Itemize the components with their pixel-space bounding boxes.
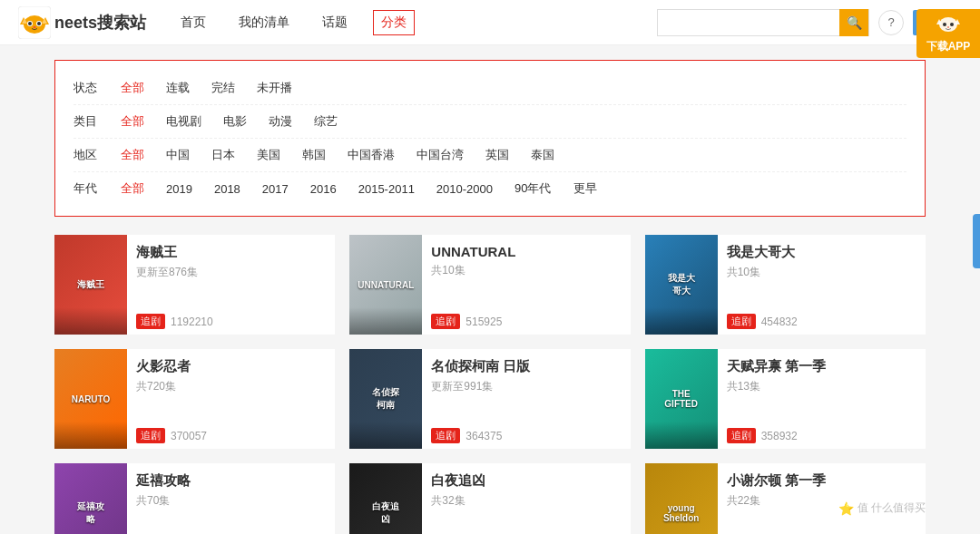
scroll-indicator[interactable] bbox=[973, 214, 980, 268]
filter-option-全部[interactable]: 全部 bbox=[117, 79, 148, 97]
filter-label: 状态 bbox=[74, 80, 103, 96]
filter-option-2015-2011[interactable]: 2015-2011 bbox=[355, 181, 418, 197]
search-icon: 🔍 bbox=[847, 15, 862, 30]
show-bottom: 追剧 1192210 bbox=[136, 314, 326, 329]
show-title: 白夜追凶 bbox=[431, 472, 621, 490]
show-episode-info: 共70集 bbox=[136, 493, 326, 509]
show-bottom: 追剧 364375 bbox=[431, 428, 621, 443]
filter-label: 类目 bbox=[74, 113, 103, 130]
nav-item-首页[interactable]: 首页 bbox=[173, 11, 213, 34]
filter-option-电视剧[interactable]: 电视剧 bbox=[162, 112, 205, 131]
svg-point-14 bbox=[943, 23, 946, 26]
poster-text: 海贼王 bbox=[74, 275, 108, 295]
download-app-label: 下载APP bbox=[922, 39, 975, 54]
poster-text: 我是大哥大 bbox=[663, 268, 700, 301]
filter-option-英国[interactable]: 英国 bbox=[482, 146, 513, 164]
filter-option-2010-2000[interactable]: 2010-2000 bbox=[433, 181, 496, 197]
filter-option-2017[interactable]: 2017 bbox=[259, 181, 292, 197]
logo-text: neets搜索站 bbox=[54, 12, 146, 34]
show-title: UNNATURAL bbox=[431, 244, 621, 259]
nav-item-我的清单[interactable]: 我的清单 bbox=[231, 11, 297, 34]
show-episode-info: 更新至991集 bbox=[431, 379, 621, 394]
filter-option-全部[interactable]: 全部 bbox=[117, 180, 148, 198]
show-count: 515925 bbox=[466, 316, 502, 328]
show-poster: UNNATURAL bbox=[349, 235, 422, 335]
filter-option-韩国[interactable]: 韩国 bbox=[299, 146, 329, 164]
filter-option-中国[interactable]: 中国 bbox=[162, 146, 193, 164]
filter-option-更早[interactable]: 更早 bbox=[570, 180, 601, 198]
help-icon: ? bbox=[887, 15, 894, 29]
help-button[interactable]: ? bbox=[878, 10, 904, 35]
show-count: 364375 bbox=[466, 430, 502, 442]
filter-label: 年代 bbox=[74, 180, 103, 197]
filter-option-日本[interactable]: 日本 bbox=[208, 146, 239, 164]
logo-area: neets搜索站 bbox=[18, 6, 146, 39]
show-poster: 名侦探柯南 bbox=[349, 349, 422, 449]
show-card[interactable]: 我是大哥大 我是大哥大 共10集 追剧 454832 bbox=[645, 235, 926, 335]
show-poster: THE GIFTED bbox=[645, 349, 718, 449]
filter-option-美国[interactable]: 美国 bbox=[253, 146, 284, 164]
show-count: 370057 bbox=[171, 430, 207, 442]
show-card[interactable]: THE GIFTED 天赋异禀 第一季 共13集 追剧 358932 bbox=[645, 349, 926, 449]
show-card[interactable]: 延禧攻略 延禧攻略 共70集 追剧 309230 bbox=[54, 463, 335, 534]
show-info: 延禧攻略 共70集 追剧 309230 bbox=[127, 463, 335, 534]
show-card[interactable]: 白夜追凶 白夜追凶 共32集 追剧 260039 bbox=[349, 463, 630, 534]
show-bottom: 追剧 454832 bbox=[727, 314, 916, 329]
search-button[interactable]: 🔍 bbox=[839, 9, 868, 36]
filter-option-2019[interactable]: 2019 bbox=[162, 181, 196, 197]
nav-item-分类[interactable]: 分类 bbox=[373, 10, 415, 35]
filter-option-泰国[interactable]: 泰国 bbox=[527, 146, 558, 164]
show-info: 天赋异禀 第一季 共13集 追剧 358932 bbox=[718, 349, 926, 449]
poster-text: NARUTO bbox=[68, 391, 114, 408]
show-tag[interactable]: 追剧 bbox=[136, 314, 165, 329]
nav-item-话题[interactable]: 话题 bbox=[315, 11, 355, 34]
filter-option-2016[interactable]: 2016 bbox=[307, 181, 340, 197]
filter-option-中国台湾[interactable]: 中国台湾 bbox=[413, 146, 467, 164]
show-tag[interactable]: 追剧 bbox=[431, 314, 460, 329]
filter-option-综艺[interactable]: 综艺 bbox=[310, 112, 341, 131]
filter-label: 地区 bbox=[74, 147, 103, 163]
show-episode-info: 共10集 bbox=[431, 263, 621, 278]
show-title: 海贼王 bbox=[136, 244, 326, 261]
show-episode-info: 共10集 bbox=[727, 265, 916, 280]
filter-option-2018[interactable]: 2018 bbox=[211, 181, 244, 197]
show-card[interactable]: 名侦探柯南 名侦探柯南 日版 更新至991集 追剧 364375 bbox=[349, 349, 630, 449]
show-title: 名侦探柯南 日版 bbox=[431, 358, 621, 375]
search-input[interactable] bbox=[658, 10, 839, 35]
filter-option-连载[interactable]: 连载 bbox=[162, 79, 193, 97]
svg-point-10 bbox=[34, 26, 36, 28]
content-grid: 海贼王 海贼王 更新至876集 追剧 1192210 UNNATURAL bbox=[54, 235, 926, 534]
download-app-button[interactable]: 下载APP bbox=[916, 9, 980, 58]
filter-option-90年代[interactable]: 90年代 bbox=[511, 180, 554, 198]
show-tag[interactable]: 追剧 bbox=[136, 428, 165, 443]
show-card[interactable]: young Sheldon 小谢尔顿 第一季 共22集 追剧 256895 bbox=[645, 463, 926, 534]
watermark: ⭐ 值 什么值得买 bbox=[838, 500, 926, 516]
filter-option-全部[interactable]: 全部 bbox=[117, 146, 148, 164]
filter-option-未开播[interactable]: 未开播 bbox=[253, 79, 296, 97]
show-info: 小谢尔顿 第一季 共22集 追剧 256895 bbox=[718, 463, 926, 534]
show-info: 海贼王 更新至876集 追剧 1192210 bbox=[127, 235, 335, 335]
filter-row-类目: 类目全部电视剧电影动漫综艺 bbox=[74, 105, 906, 139]
show-info: 名侦探柯南 日版 更新至991集 追剧 364375 bbox=[422, 349, 630, 449]
show-card[interactable]: 海贼王 海贼王 更新至876集 追剧 1192210 bbox=[54, 235, 335, 335]
filter-option-中国香港[interactable]: 中国香港 bbox=[344, 146, 398, 164]
show-title: 延禧攻略 bbox=[136, 472, 326, 490]
poster-text: 白夜追凶 bbox=[368, 497, 404, 529]
show-tag[interactable]: 追剧 bbox=[727, 314, 756, 329]
poster-text: THE GIFTED bbox=[661, 385, 701, 413]
show-card[interactable]: UNNATURAL UNNATURAL 共10集 追剧 515925 bbox=[349, 235, 630, 335]
filter-panel: 状态全部连载完结未开播类目全部电视剧电影动漫综艺地区全部中国日本美国韩国中国香港… bbox=[54, 60, 926, 217]
filter-option-完结[interactable]: 完结 bbox=[208, 79, 239, 97]
filter-option-全部[interactable]: 全部 bbox=[117, 112, 148, 131]
show-bottom: 追剧 515925 bbox=[431, 314, 621, 329]
show-tag[interactable]: 追剧 bbox=[431, 428, 460, 443]
show-title: 天赋异禀 第一季 bbox=[727, 358, 916, 375]
filter-option-动漫[interactable]: 动漫 bbox=[265, 112, 296, 131]
show-tag[interactable]: 追剧 bbox=[727, 428, 756, 443]
header: neets搜索站 首页我的清单话题分类 🔍 ? 登录 bbox=[0, 0, 980, 45]
show-poster: 延禧攻略 bbox=[54, 463, 127, 534]
show-card[interactable]: NARUTO 火影忍者 共720集 追剧 370057 bbox=[54, 349, 335, 449]
filter-option-电影[interactable]: 电影 bbox=[220, 112, 250, 131]
show-episode-info: 共13集 bbox=[727, 379, 916, 394]
poster-text: UNNATURAL bbox=[354, 277, 417, 294]
